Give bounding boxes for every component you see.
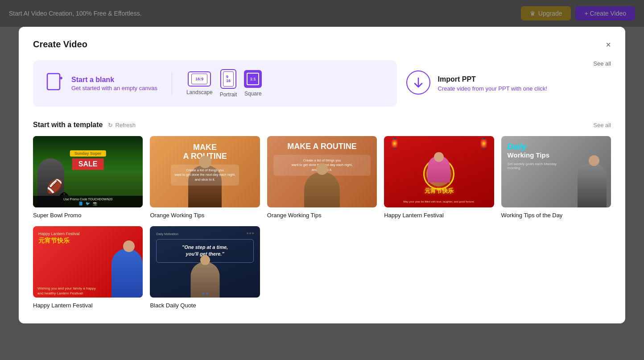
import-ppt-section[interactable]: Import PPT Create video from your PPT wi… — [406, 60, 611, 107]
start-blank-section: Start a blank Get started with an empty … — [33, 60, 397, 107]
template-name-lantern1: Happy Lantern Festival — [33, 302, 93, 309]
refresh-icon: ↻ — [108, 122, 113, 128]
divider — [172, 72, 172, 95]
format-landscape[interactable]: 16:9 Landscape — [186, 71, 213, 95]
template-name-orange2: Orange Working Tips — [267, 212, 322, 219]
template-name-lantern2: Happy Lantern Festival — [384, 212, 444, 219]
modal-close-button[interactable]: × — [606, 40, 611, 49]
start-blank-title: Start a blank — [71, 76, 157, 84]
template-thumbnail-lantern1: Happy Lantern Festival 元宵节快乐 Wishing you… — [33, 226, 143, 298]
template-name-orange1: Orange Working Tips — [150, 212, 204, 219]
portrait-icon: 916 — [220, 69, 236, 89]
template-name-black-quote: Black Daily Quote — [150, 302, 196, 309]
start-blank-option[interactable]: Start a blank Get started with an empty … — [44, 72, 157, 95]
templates-section-title: Start with a template — [33, 121, 103, 129]
landscape-label: Landscape — [186, 89, 213, 95]
template-card-orange-tips2[interactable]: MAKE A ROUTINE Create a list of things y… — [267, 136, 377, 219]
import-ppt-subtitle: Create video from your PPT with one clic… — [438, 85, 547, 92]
import-ppt-title: Import PPT — [438, 75, 547, 83]
template-thumbnail-superbowl: 🏈 ⛑ Sunday Super SALE Use Promo Code TOU… — [33, 136, 143, 207]
template-card-lantern1[interactable]: Happy Lantern Festival 元宵节快乐 Wishing you… — [33, 226, 143, 309]
modal-overlay: Create Video × Start a blank — [0, 0, 644, 360]
template-card-superbowl[interactable]: 🏈 ⛑ Sunday Super SALE Use Promo Code TOU… — [33, 136, 143, 219]
format-portrait[interactable]: 916 Portrait — [220, 69, 237, 98]
template-card-black-quote[interactable]: Daily Motivation "One step at a time,you… — [150, 226, 260, 309]
portrait-label: Portrait — [220, 91, 237, 98]
templates-section: Start with a template ↻ Refresh See all — [33, 121, 611, 309]
template-thumbnail-black-quote: Daily Motivation "One step at a time,you… — [150, 226, 260, 298]
new-file-icon — [44, 72, 65, 95]
refresh-button[interactable]: ↻ Refresh — [108, 122, 136, 128]
start-blank-subtitle: Get started with an empty canvas — [71, 85, 157, 91]
import-ppt-icon — [406, 70, 431, 97]
see-all-import[interactable]: See all — [593, 60, 611, 67]
template-thumbnail-orange1: MAKEA ROUTINE Create a list of things yo… — [150, 136, 260, 207]
template-thumbnail-working-tips: Daily Working Tips Set weekly goals each… — [501, 136, 611, 207]
see-all-templates-button[interactable]: See all — [593, 122, 611, 128]
svg-rect-0 — [47, 74, 60, 90]
template-card-orange-tips1[interactable]: MAKEA ROUTINE Create a list of things yo… — [150, 136, 260, 219]
templates-header: Start with a template ↻ Refresh See all — [33, 121, 611, 129]
template-thumbnail-lantern2: 🏮 🏮 元宵节快乐 May your year be filled with l… — [384, 136, 494, 207]
create-video-modal: Create Video × Start a blank — [19, 27, 625, 323]
square-icon: 1:1 — [244, 70, 262, 88]
template-card-lantern2[interactable]: 🏮 🏮 元宵节快乐 May your year be filled with l… — [384, 136, 494, 219]
format-options: 16:9 Landscape 916 Portrait 1:1 — [186, 69, 262, 98]
template-name-superbowl: Super Bowl Promo — [33, 212, 81, 219]
modal-header: Create Video × — [33, 39, 611, 50]
modal-title: Create Video — [33, 39, 87, 50]
template-grid: 🏈 ⛑ Sunday Super SALE Use Promo Code TOU… — [33, 136, 611, 309]
template-name-working-tips: Working Tips of the Day — [501, 212, 563, 219]
square-label: Square — [244, 91, 262, 97]
landscape-icon: 16:9 — [188, 71, 211, 87]
template-thumbnail-orange2: MAKE A ROUTINE Create a list of things y… — [267, 136, 377, 207]
template-card-working-tips[interactable]: Daily Working Tips Set weekly goals each… — [501, 136, 611, 219]
top-options-section: Start a blank Get started with an empty … — [33, 60, 611, 107]
format-square[interactable]: 1:1 Square — [244, 70, 262, 97]
